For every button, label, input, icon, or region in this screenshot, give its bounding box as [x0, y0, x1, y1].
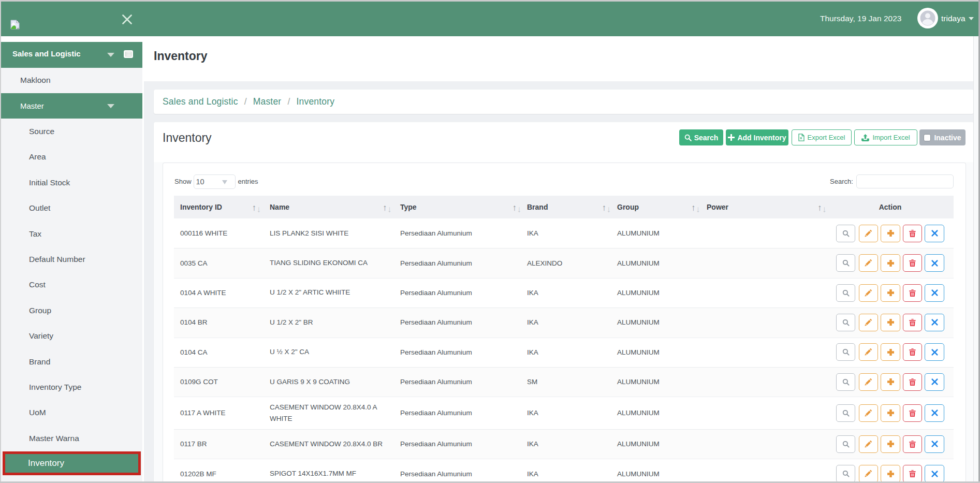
svg-text:x: x	[800, 136, 802, 140]
